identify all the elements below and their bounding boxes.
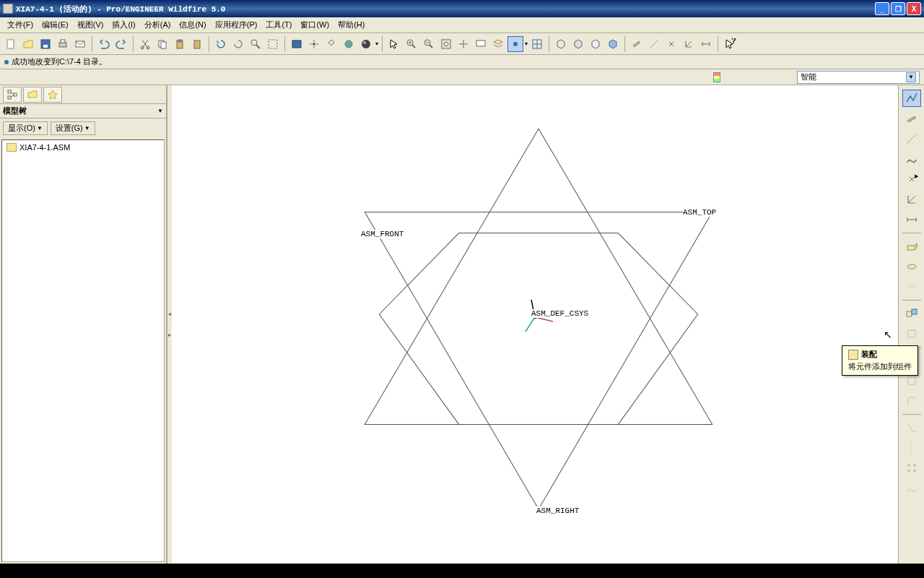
datum-csys-button[interactable]	[681, 36, 697, 52]
grip-icon: ◂	[168, 311, 171, 317]
svg-marker-50	[379, 233, 697, 425]
datum-axis-button[interactable]	[646, 36, 662, 52]
svg-rect-4	[61, 40, 65, 43]
graphics-canvas[interactable]: ASM_TOP ASM_FRONT ASM_RIGHT ASM_DEF_CSYS	[172, 85, 898, 564]
regen2-button[interactable]	[230, 36, 246, 52]
hidden-button[interactable]	[570, 36, 586, 52]
zoomout-button[interactable]	[421, 36, 437, 52]
settings-button[interactable]: 设置(G)▼	[51, 121, 95, 135]
datum-plane-button[interactable]	[629, 36, 645, 52]
new-button[interactable]	[3, 36, 19, 52]
svg-point-31	[513, 42, 518, 46]
svg-rect-71	[908, 330, 915, 337]
draft-tool	[902, 419, 921, 436]
refit-button[interactable]	[456, 36, 471, 52]
app-icon	[3, 4, 13, 14]
tree-header-dropdown[interactable]: ▼	[157, 108, 163, 114]
label-right: ASM_RIGHT	[536, 506, 579, 515]
menu-bar: 文件(F) 编辑(E) 视图(V) 插入(I) 分析(A) 信息(N) 应用程序…	[0, 17, 924, 33]
tree-root-item[interactable]: XIA7-4-1.ASM	[2, 140, 164, 155]
paste-special-button[interactable]	[189, 36, 205, 52]
extrude-tool[interactable]	[902, 238, 921, 255]
wireframe-button[interactable]	[553, 36, 569, 52]
regen-button[interactable]	[213, 36, 229, 52]
assemble-tool[interactable]	[902, 305, 921, 322]
selbox-button[interactable]	[265, 36, 281, 52]
paste-button[interactable]	[172, 36, 188, 52]
menu-file[interactable]: 文件(F)	[3, 18, 38, 32]
zoomin-button[interactable]	[404, 36, 419, 52]
mail-button[interactable]	[72, 36, 88, 52]
cut-button[interactable]	[137, 36, 153, 52]
label-csys: ASM_DEF_CSYS	[531, 309, 588, 318]
undo-button[interactable]	[96, 36, 112, 52]
shade-button[interactable]	[358, 36, 374, 52]
close-button[interactable]: X	[907, 2, 921, 15]
menu-insert[interactable]: 插入(I)	[108, 18, 139, 32]
minimize-button[interactable]: _	[875, 2, 889, 15]
svg-marker-51	[365, 129, 712, 424]
svg-line-38	[686, 41, 692, 47]
title-bar: XIA7-4-1 (活动的) - Pro/ENGINEER Wildfire 5…	[0, 0, 924, 17]
print-button[interactable]	[55, 36, 71, 52]
dispmode-button[interactable]	[507, 36, 523, 52]
datum-point-button[interactable]	[663, 36, 679, 52]
sketch-tool[interactable]	[902, 211, 921, 228]
copy-button[interactable]	[154, 36, 170, 52]
help-button[interactable]: ?	[722, 36, 738, 52]
open-button[interactable]	[20, 36, 36, 52]
zoomfit-button[interactable]	[438, 36, 454, 52]
svg-point-18	[345, 40, 352, 48]
annot-button[interactable]	[698, 36, 714, 52]
find-button[interactable]	[248, 36, 263, 52]
fav-tab[interactable]	[43, 87, 62, 103]
tree-controls: 显示(O)▼ 设置(G)▼	[0, 118, 166, 138]
tree-tab[interactable]	[3, 87, 22, 103]
menu-info[interactable]: 信息(N)	[175, 18, 210, 32]
folder-tab[interactable]	[23, 87, 42, 103]
pointer-button[interactable]	[386, 36, 402, 52]
redo-button[interactable]	[113, 36, 129, 52]
selector-row: 智能 ▼	[0, 69, 924, 85]
plane-tool[interactable]	[902, 110, 921, 127]
shaded-button[interactable]	[605, 36, 621, 52]
orient-button[interactable]	[323, 36, 339, 52]
svg-line-55	[526, 317, 535, 332]
savedview-button[interactable]	[473, 36, 489, 52]
model-tree[interactable]: XIA7-4-1.ASM	[1, 139, 165, 562]
menu-app[interactable]: 应用程序(P)	[211, 18, 262, 32]
grid-button[interactable]	[529, 36, 545, 52]
menu-window[interactable]: 窗口(W)	[296, 18, 334, 32]
curve-tool[interactable]	[902, 150, 921, 168]
menu-tools[interactable]: 工具(T)	[261, 18, 296, 32]
layer-button[interactable]	[289, 36, 305, 52]
svg-rect-12	[194, 40, 200, 48]
main-toolbar: ▾ ▾ ?	[0, 33, 924, 55]
layers-button[interactable]	[490, 36, 506, 52]
tooltip-icon	[848, 350, 858, 360]
show-button[interactable]: 显示(O)▼	[3, 121, 48, 135]
right-toolbar: ▸	[898, 85, 924, 564]
spin-button[interactable]	[306, 36, 322, 52]
dropdown-icon: ▼	[906, 72, 916, 82]
maximize-button[interactable]: ❐	[891, 2, 905, 15]
revolve-tool[interactable]	[902, 258, 921, 275]
traffic-light-icon	[713, 72, 720, 82]
sketch-line-tool[interactable]	[902, 90, 921, 107]
env-button[interactable]	[341, 36, 357, 52]
point-tool[interactable]: ▸	[902, 171, 921, 188]
nohidden-button[interactable]	[588, 36, 603, 52]
axis-tool[interactable]	[902, 130, 921, 147]
menu-help[interactable]: 帮助(H)	[334, 18, 369, 32]
svg-rect-69	[907, 311, 912, 316]
menu-analysis[interactable]: 分析(A)	[140, 18, 175, 32]
filter-selector[interactable]: 智能 ▼	[797, 71, 920, 84]
menu-view[interactable]: 视图(V)	[73, 18, 108, 32]
svg-point-7	[147, 46, 149, 49]
svg-point-13	[251, 40, 257, 46]
menu-edit[interactable]: 编辑(E)	[38, 18, 73, 32]
csys-tool[interactable]	[902, 191, 921, 208]
save-button[interactable]	[38, 36, 53, 52]
svg-rect-45	[8, 90, 11, 93]
tree-item-label: XIA7-4-1.ASM	[19, 143, 70, 152]
